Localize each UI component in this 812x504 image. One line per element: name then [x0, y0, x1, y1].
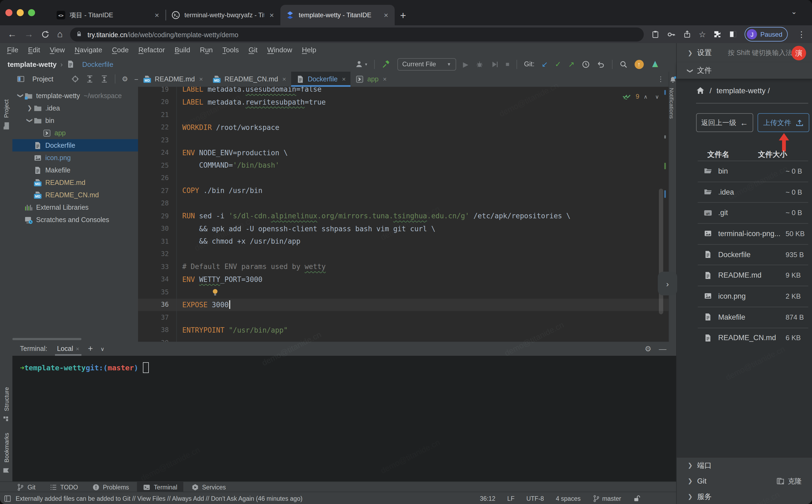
git-update-icon[interactable]: ↙ — [542, 60, 548, 68]
editor-tab-app[interactable]: app× — [351, 72, 392, 87]
close-icon[interactable]: × — [383, 11, 389, 19]
code-line[interactable]: 26 — [138, 172, 669, 184]
new-tab-button[interactable]: + — [395, 7, 411, 23]
extensions-puzzle-icon[interactable] — [714, 30, 722, 38]
tree-item-template-wetty[interactable]: ❯template-wetty~/workspace — [12, 89, 138, 102]
menu-item-git[interactable]: Git — [244, 46, 262, 54]
terminal-tab-local[interactable]: Local× — [57, 342, 79, 356]
file-row-readme-md[interactable]: README.md9 KB — [677, 265, 812, 286]
editor-tab-menu-icon[interactable]: ⋮ — [657, 75, 664, 83]
code-line[interactable]: 33# Default ENV params used by wetty — [138, 260, 669, 273]
close-icon[interactable]: × — [76, 346, 79, 352]
update-available-icon[interactable]: ↑ — [634, 60, 644, 69]
breadcrumb-project[interactable]: template-wetty — [8, 60, 57, 68]
hide-panel-icon[interactable]: — — [135, 75, 138, 83]
code-line[interactable]: 29RUN sed -i 's/dl-cdn.alpinelinux.org/m… — [138, 210, 669, 222]
run-coverage-icon[interactable] — [490, 60, 498, 68]
settings-section-header[interactable]: ❯ 设置 按 Shift 键切换输入法 演 — [677, 43, 812, 63]
menu-item-refactor[interactable]: Refactor — [133, 46, 170, 54]
sidebar-tab-project[interactable]: Project — [0, 74, 12, 155]
code-line[interactable]: 21 — [138, 108, 669, 121]
ide-gradient-icon[interactable] — [651, 60, 659, 68]
tree-item-readme-cn-md[interactable]: MDREADME_CN.md — [12, 189, 138, 201]
terminal-dropdown-icon[interactable]: ∨ — [101, 346, 105, 352]
section-服务[interactable]: ❯服务 — [677, 489, 812, 504]
user-icon[interactable] — [355, 60, 363, 68]
chevron-down-icon[interactable]: ❯ — [17, 92, 24, 99]
clipboard-icon[interactable] — [651, 30, 659, 38]
code-line[interactable]: 24ENV NODE_ENV=production \ — [138, 146, 669, 159]
terminal-settings-gear-icon[interactable]: ⚙ — [645, 344, 651, 353]
code-line[interactable]: 31 && chmod +x /usr/bin/app — [138, 235, 669, 248]
code-line[interactable]: 30 && apk add -U openssh-client sshpass … — [138, 222, 669, 235]
toolwindow-button-problems[interactable]: Problems — [86, 482, 135, 492]
file-row-readme-cn-md[interactable]: README_CN.md6 KB — [677, 327, 812, 348]
stop-icon[interactable]: ■ — [505, 60, 510, 68]
notifications-tab[interactable]: Notifications — [669, 88, 675, 119]
editor-tab-readme-md[interactable]: MDREADME.md× — [138, 72, 208, 87]
menu-item-help[interactable]: Help — [297, 46, 321, 54]
toolwindow-button-terminal[interactable]: Terminal — [137, 482, 183, 492]
menu-item-view[interactable]: View — [45, 46, 70, 54]
toolwindow-button-services[interactable]: Services — [185, 482, 232, 492]
new-terminal-icon[interactable]: + — [88, 344, 93, 354]
zoom-window-button[interactable] — [28, 9, 35, 16]
close-icon[interactable]: × — [199, 75, 203, 83]
editor-tab-readme-cn-md[interactable]: MDREADME_CN.md× — [208, 72, 291, 87]
build-hammer-icon[interactable] — [382, 60, 390, 68]
forward-icon[interactable]: → — [24, 30, 33, 39]
minimize-window-button[interactable] — [17, 9, 24, 16]
chevron-down-icon[interactable]: ❯ — [26, 117, 33, 124]
address-bar[interactable]: try.titanide.cn/ide/web/coding/template-… — [70, 27, 644, 41]
editor-tab-dockerfile[interactable]: Dockerfile× — [291, 72, 350, 87]
section-端口[interactable]: ❯端口 — [677, 458, 812, 473]
panel-expand-handle[interactable]: › — [658, 272, 677, 295]
sidebar-tab-structure[interactable]: Structure — [0, 382, 12, 427]
git-branch-widget[interactable]: master — [593, 495, 621, 502]
back-icon[interactable]: ← — [8, 30, 17, 39]
browser-menu-icon[interactable]: ⋮ — [797, 29, 806, 39]
section-git[interactable]: ❯Git克隆 — [677, 473, 812, 489]
toolwindow-button-todo[interactable]: TODO — [43, 482, 84, 492]
line-separator[interactable]: LF — [507, 495, 515, 502]
code-line[interactable]: 39 — [138, 336, 669, 342]
prev-problem-icon[interactable]: ∧ — [644, 94, 648, 99]
terminal-minimize-icon[interactable]: — — [659, 344, 666, 353]
menu-item-code[interactable]: Code — [107, 46, 133, 54]
code-line[interactable]: 34ENV WETTY_PORT=3000 — [138, 273, 669, 286]
browser-tab[interactable]: template-wetty - TitanIDE× — [280, 5, 395, 25]
file-row-dockerfile[interactable]: Dockerfile935 B — [677, 244, 812, 265]
file-row-makefile[interactable]: Makefile874 B — [677, 307, 812, 327]
caret-position[interactable]: 36:12 — [480, 495, 496, 502]
tree-item-readme-md[interactable]: MDREADME.md — [12, 176, 138, 189]
file-row--idea[interactable]: .idea~ 0 B — [677, 181, 812, 202]
tree-item-dockerfile[interactable]: Dockerfile — [12, 139, 138, 151]
home-icon[interactable]: ⌂ — [57, 30, 63, 39]
git-commit-icon[interactable]: ✓ — [555, 60, 561, 68]
menu-item-build[interactable]: Build — [170, 46, 195, 54]
browser-tab[interactable]: <>项目 - TitanIDE× — [51, 5, 166, 25]
search-icon[interactable] — [619, 60, 627, 68]
code-line[interactable]: 25 COMMAND='/bin/bash' — [138, 159, 669, 172]
menu-item-run[interactable]: Run — [195, 46, 218, 54]
file-row--git[interactable]: git.git~ 0 B — [677, 202, 812, 223]
browser-tab[interactable]: terminal-wetty-bwqryafz - Tita× — [166, 5, 280, 25]
files-section-header[interactable]: ❯ 文件 — [677, 63, 812, 79]
history-clock-icon[interactable] — [582, 60, 590, 68]
code-line[interactable]: 35 — [138, 286, 669, 298]
file-row-icon-png[interactable]: icon.png2 KB — [677, 286, 812, 306]
git-push-icon[interactable]: ↗ — [568, 60, 574, 68]
tree-item-external-libraries[interactable]: External Libraries — [12, 201, 138, 213]
run-config-select[interactable]: Current File▼ — [397, 58, 456, 70]
menu-item-file[interactable]: File — [2, 46, 23, 54]
tree-item-bin[interactable]: ❯bin — [12, 114, 138, 127]
file-row-terminal-icon-png-[interactable]: terminal-icon-png...50 KB — [677, 223, 812, 244]
code-line[interactable]: 27COPY ./bin /usr/bin — [138, 184, 669, 197]
intention-bulb-icon[interactable] — [211, 288, 219, 296]
bookmark-star-icon[interactable]: ☆ — [699, 29, 706, 39]
sidebar-tab-bookmarks[interactable]: Bookmarks — [0, 427, 12, 479]
gear-icon[interactable]: ⚙ — [122, 75, 128, 83]
tree-item-scratches-and-consoles[interactable]: Scratches and Consoles — [12, 213, 138, 226]
horizontal-scrollbar[interactable] — [12, 338, 81, 340]
code-line[interactable]: 28 — [138, 197, 669, 210]
